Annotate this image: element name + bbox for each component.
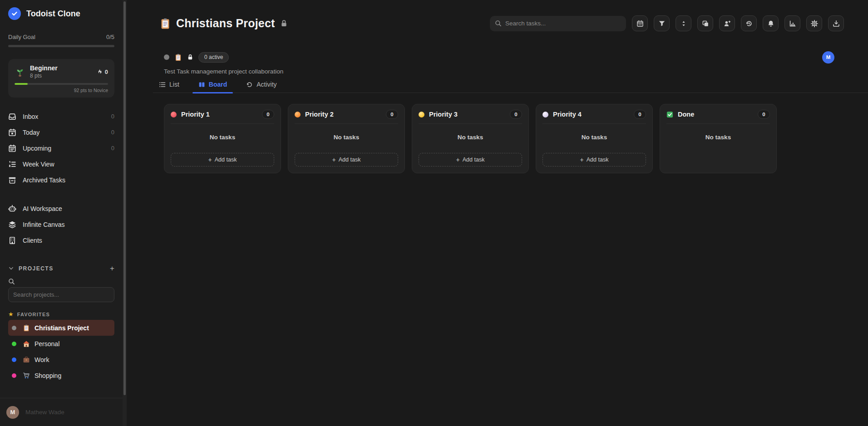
project-status-dot <box>12 357 16 362</box>
plus-icon: + <box>332 157 336 163</box>
sidebar-item-archived-tasks[interactable]: Archived Tasks <box>8 172 114 188</box>
project-item-shopping[interactable]: Shopping <box>8 367 114 383</box>
empty-state-label: No tasks <box>660 134 776 141</box>
task-search[interactable] <box>490 16 626 31</box>
level-progress <box>15 83 28 85</box>
level-next-label: 92 pts to Novice <box>15 88 108 93</box>
tab-label: List <box>169 81 179 88</box>
priority-dot <box>171 112 177 118</box>
app-title: Todoist Clone <box>26 9 80 19</box>
plus-icon: + <box>456 157 460 163</box>
priority-dot <box>295 112 301 118</box>
project-item-work[interactable]: Work <box>8 352 114 367</box>
tab-activity[interactable]: Activity <box>240 81 282 93</box>
column-done: Done 0 No tasks <box>660 104 777 173</box>
sidebar-item-clients[interactable]: Clients <box>8 232 114 248</box>
column-title: Priority 3 <box>429 111 458 118</box>
add-project-button[interactable]: + <box>110 264 114 272</box>
sidebar-item-infinite-canvas[interactable]: Infinite Canvas <box>8 216 114 232</box>
add-user-icon <box>724 20 731 27</box>
column-count-badge: 0 <box>510 110 522 119</box>
project-item-personal[interactable]: Personal <box>8 336 114 352</box>
sidebar-item-upcoming[interactable]: Upcoming 0 <box>8 140 114 156</box>
tab-label: Activity <box>256 81 276 88</box>
copy-button[interactable] <box>697 15 713 31</box>
sidebar-item-today[interactable]: Today 0 <box>8 124 114 140</box>
column-title: Priority 2 <box>305 111 334 118</box>
add-task-button[interactable]: + Add task <box>171 153 274 166</box>
sidebar-item-inbox[interactable]: Inbox 0 <box>8 108 114 124</box>
tab-list[interactable]: List <box>153 81 185 93</box>
search-icon <box>495 20 502 27</box>
plus-icon: + <box>208 157 212 163</box>
column-count-badge: 0 <box>386 110 398 119</box>
projects-search-icon <box>8 278 114 285</box>
project-item-label: Personal <box>35 340 59 348</box>
history-button[interactable] <box>741 15 757 31</box>
scrollbar-thumb[interactable] <box>123 1 126 395</box>
check-icon <box>11 10 18 17</box>
filter-icon <box>658 20 666 27</box>
user-name: Mathew Wade <box>25 409 64 416</box>
sidebar-scrollbar[interactable] <box>123 0 127 426</box>
projects-search-input[interactable] <box>8 287 114 302</box>
clipboard-icon <box>23 324 30 332</box>
activity-icon <box>246 81 253 88</box>
empty-state-label: No tasks <box>412 134 528 141</box>
chart-button[interactable] <box>784 15 800 31</box>
settings-button[interactable] <box>806 15 822 31</box>
priority-dot <box>542 112 548 118</box>
task-search-input[interactable] <box>505 20 621 27</box>
bell-icon <box>767 20 774 27</box>
chevron-down-icon[interactable] <box>8 265 14 271</box>
project-status-dot <box>12 342 16 346</box>
sidebar-item-label: AI Workspace <box>23 205 62 212</box>
download-icon <box>833 20 840 27</box>
list-icon <box>159 81 166 88</box>
priority-dot <box>419 112 424 118</box>
add-task-button[interactable]: + Add task <box>295 153 398 166</box>
add-task-label: Add task <box>339 157 361 163</box>
level-name: Beginner <box>30 64 58 72</box>
sidebar-item-label: Today <box>23 129 39 136</box>
project-item-label: Christians Project <box>35 324 89 332</box>
sidebar-item-ai-workspace[interactable]: AI Workspace <box>8 201 114 216</box>
user-avatar[interactable]: M <box>6 406 19 419</box>
tab-label: Board <box>209 81 227 88</box>
lock-icon <box>280 20 288 27</box>
member-avatar[interactable]: M <box>822 51 834 64</box>
column-title: Priority 1 <box>181 111 210 118</box>
add-task-label: Add task <box>463 157 485 163</box>
sidebar-item-label: Inbox <box>23 113 38 120</box>
column-priority-4: Priority 4 0 No tasks + Add task <box>536 104 653 173</box>
column-title: Done <box>678 111 694 118</box>
project-item-christians-project[interactable]: Christians Project <box>8 320 114 336</box>
add-user-button[interactable] <box>719 15 735 31</box>
chart-icon <box>789 20 796 27</box>
board-icon <box>198 81 205 88</box>
project-item-label: Work <box>35 356 49 363</box>
user-bar[interactable]: M Mathew Wade <box>0 398 123 426</box>
calendar-upcoming-icon <box>8 144 16 152</box>
sidebar-item-count: 0 <box>111 145 114 152</box>
favorites-label: FAVORITES <box>17 312 50 317</box>
building-icon <box>8 236 16 245</box>
sort-button[interactable] <box>676 15 691 31</box>
app-logo-row: Todoist Clone <box>8 0 114 20</box>
add-task-button[interactable]: + Add task <box>419 153 522 166</box>
daily-goal-label: Daily Goal <box>8 34 35 40</box>
sidebar-item-label: Clients <box>23 237 42 244</box>
calendar-button[interactable] <box>632 15 648 31</box>
download-button[interactable] <box>828 15 844 31</box>
streak-count: 0 <box>105 69 108 75</box>
add-task-button[interactable]: + Add task <box>542 153 646 166</box>
tab-board[interactable]: Board <box>192 81 233 93</box>
filter-button[interactable] <box>654 15 670 31</box>
numbered-list-icon <box>8 160 16 168</box>
notifications-button[interactable] <box>763 15 779 31</box>
toolbar <box>490 15 844 31</box>
empty-state-label: No tasks <box>536 134 652 141</box>
add-task-label: Add task <box>587 157 609 163</box>
done-check-icon <box>666 111 673 118</box>
sidebar-item-week-view[interactable]: Week View <box>8 156 114 172</box>
